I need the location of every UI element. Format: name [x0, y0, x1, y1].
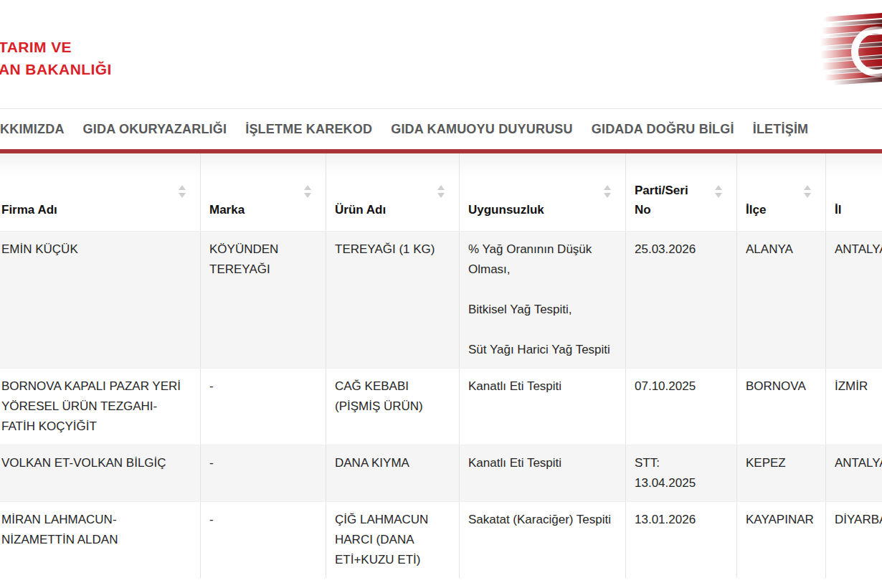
cell-urun-adi: DANA KIYMA — [326, 445, 460, 501]
cell-parti-seri-no: STT: 13.04.2025 — [626, 445, 737, 501]
cell-uygunsuzluk: Kanatlı Eti Tespiti — [460, 369, 626, 445]
nav-item-gida-kamuoyu-duyurusu[interactable]: GIDA KAMUOYU DUYURUSU — [391, 122, 573, 137]
cell-ilce: BORNOVA — [737, 369, 826, 445]
cell-marka: - — [201, 502, 326, 578]
cell-marka: KÖYÜNDEN TEREYAĞI — [201, 232, 326, 368]
table-row: MİRAN LAHMACUN-NİZAMETTİN ALDAN - ÇİĞ LA… — [0, 501, 882, 578]
cell-il: ANTALYA — [826, 445, 882, 501]
column-header-urun-adi[interactable]: Ürün Adı — [326, 153, 460, 231]
column-label: Parti/Seri No — [635, 181, 695, 219]
page: TARIM VE AN BAKANLIĞI — [0, 0, 882, 588]
sort-icon[interactable] — [604, 185, 611, 198]
cell-il: ANTALYA — [826, 232, 882, 368]
column-header-il[interactable]: İl — [826, 153, 882, 231]
cell-ilce: KEPEZ — [737, 445, 826, 501]
ministry-logo-line1: TARIM VE — [0, 36, 112, 58]
cell-firma-adi: VOLKAN ET-VOLKAN BİLGİÇ — [0, 445, 201, 501]
nav-item-gidada-dogru-bilgi[interactable]: GIDADA DOĞRU BİLGİ — [592, 122, 734, 137]
column-label: Marka — [209, 200, 245, 219]
cell-parti-seri-no: 07.10.2025 — [626, 369, 737, 445]
cell-parti-seri-no: 25.03.2026 — [626, 232, 737, 368]
cell-uygunsuzluk: % Yağ Oranının Düşük Olması, Bitkisel Ya… — [460, 232, 626, 368]
nav-item-isletme-karekod[interactable]: İŞLETME KAREKOD — [245, 122, 372, 137]
cell-uygunsuzluk: Kanatlı Eti Tespiti — [460, 445, 626, 501]
disclosure-table: Firma Adı Marka Ürün Adı Uygunsuzluk Par… — [0, 153, 882, 578]
cell-marka: - — [201, 445, 326, 501]
cell-uygunsuzluk: Sakatat (Karaciğer) Tespiti — [460, 502, 626, 578]
cell-firma-adi: MİRAN LAHMACUN-NİZAMETTİN ALDAN — [0, 502, 201, 578]
site-header: TARIM VE AN BAKANLIĞI — [0, 0, 882, 109]
table-header-row: Firma Adı Marka Ürün Adı Uygunsuzluk Par… — [0, 153, 882, 231]
cell-urun-adi: ÇİĞ LAHMACUN HARCI (DANA ETİ+KUZU ETİ) — [326, 502, 460, 578]
turkish-flag-icon — [820, 10, 882, 90]
cell-urun-adi: TEREYAĞI (1 KG) — [326, 232, 460, 368]
sort-icon[interactable] — [304, 185, 311, 198]
nav-item-hakkimizda[interactable]: KKIMIZDA — [0, 122, 65, 137]
sort-icon[interactable] — [715, 185, 722, 198]
column-header-marka[interactable]: Marka — [201, 153, 326, 231]
ministry-logo-line2: AN BAKANLIĞI — [0, 58, 112, 80]
cell-il: DİYARBAKIR — [826, 502, 882, 578]
column-label: Firma Adı — [1, 200, 57, 219]
cell-il: İZMİR — [826, 369, 882, 445]
table-row: VOLKAN ET-VOLKAN BİLGİÇ - DANA KIYMA Kan… — [0, 445, 882, 501]
column-label: İlçe — [746, 200, 766, 219]
table-row: BORNOVA KAPALI PAZAR YERİ YÖRESEL ÜRÜN T… — [0, 368, 882, 445]
ministry-logo-text: TARIM VE AN BAKANLIĞI — [0, 36, 112, 80]
cell-marka: - — [201, 369, 326, 445]
column-label: Uygunsuzluk — [468, 200, 544, 219]
cell-ilce: KAYAPINAR — [737, 502, 826, 578]
cell-firma-adi: BORNOVA KAPALI PAZAR YERİ YÖRESEL ÜRÜN T… — [0, 369, 201, 445]
column-header-firma-adi[interactable]: Firma Adı — [0, 153, 201, 231]
table-row: EMİN KÜÇÜK KÖYÜNDEN TEREYAĞI TEREYAĞI (1… — [0, 231, 882, 368]
sort-icon[interactable] — [804, 185, 811, 198]
main-nav: KKIMIZDA GIDA OKURYAZARLIĞI İŞLETME KARE… — [0, 110, 882, 149]
sort-icon[interactable] — [437, 185, 445, 198]
sort-icon[interactable] — [179, 185, 186, 198]
nav-item-gida-okuryazarligi[interactable]: GIDA OKURYAZARLIĞI — [83, 122, 227, 137]
column-header-ilce[interactable]: İlçe — [737, 153, 826, 231]
column-header-parti-seri-no[interactable]: Parti/Seri No — [626, 153, 737, 231]
cell-parti-seri-no: 13.01.2026 — [626, 502, 737, 578]
nav-item-iletisim[interactable]: İLETİŞİM — [753, 122, 809, 137]
column-label: İl — [835, 200, 841, 219]
cell-firma-adi: EMİN KÜÇÜK — [0, 232, 201, 368]
column-header-uygunsuzluk[interactable]: Uygunsuzluk — [460, 153, 626, 231]
column-label: Ürün Adı — [335, 200, 386, 219]
cell-urun-adi: CAĞ KEBABI (PİŞMİŞ ÜRÜN) — [326, 369, 460, 445]
cell-ilce: ALANYA — [737, 232, 826, 368]
